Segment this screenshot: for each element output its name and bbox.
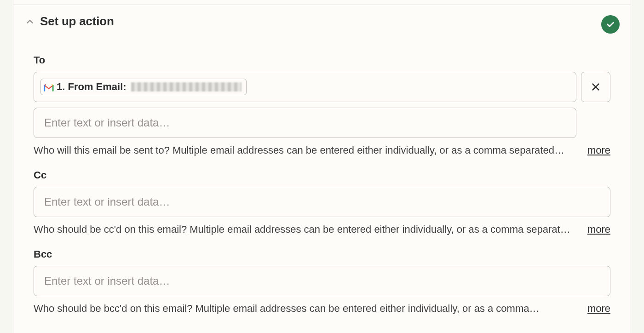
section-title: Set up action (40, 14, 114, 29)
form-body: To (13, 29, 631, 315)
bcc-help-text: Who should be bcc'd on this email? Multi… (34, 303, 578, 315)
to-pill-label: 1. From Email: (57, 81, 126, 93)
to-text-input[interactable] (34, 108, 576, 138)
bcc-more-link[interactable]: more (587, 303, 610, 315)
cc-text-input[interactable] (34, 187, 610, 217)
to-pill-container[interactable]: 1. From Email: (34, 72, 576, 102)
field-bcc: Bcc Who should be bcc'd on this email? M… (34, 248, 610, 315)
to-clear-button[interactable] (581, 72, 610, 102)
to-more-link[interactable]: more (587, 144, 610, 156)
cc-more-link[interactable]: more (587, 224, 610, 235)
gmail-icon (44, 83, 54, 91)
action-setup-card: Set up action To (13, 0, 631, 333)
bcc-label: Bcc (34, 248, 610, 260)
status-complete-icon (601, 15, 620, 34)
collapse-icon[interactable] (24, 16, 35, 27)
to-help-text: Who will this email be sent to? Multiple… (34, 144, 578, 156)
cc-label: Cc (34, 169, 610, 181)
to-pill-value-redacted (131, 82, 242, 92)
bcc-text-input[interactable] (34, 266, 610, 296)
field-cc: Cc Who should be cc'd on this email? Mul… (34, 169, 610, 235)
to-label: To (34, 54, 610, 66)
cc-help-text: Who should be cc'd on this email? Multip… (34, 224, 578, 235)
to-data-pill[interactable]: 1. From Email: (40, 79, 247, 95)
section-header: Set up action (13, 5, 631, 29)
field-to: To (34, 54, 610, 156)
